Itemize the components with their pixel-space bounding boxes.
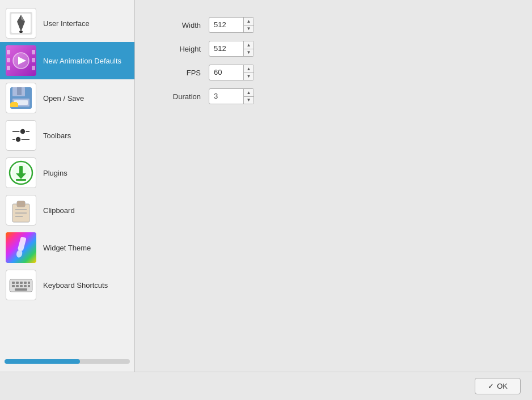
width-row: Width 512 ▲ ▼ [158, 17, 509, 33]
duration-up-arrow[interactable]: ▲ [244, 89, 254, 97]
svg-rect-11 [32, 58, 35, 62]
width-up-arrow[interactable]: ▲ [244, 18, 254, 25]
duration-label: Duration [158, 92, 209, 101]
dialog-body: User Interface [0, 0, 532, 372]
svg-rect-12 [32, 66, 35, 70]
dialog-footer: ✓ OK [0, 372, 532, 400]
keyboard-shortcuts-icon [6, 270, 36, 300]
sidebar-scrollbar[interactable] [0, 356, 134, 367]
scrollbar-thumb[interactable] [5, 359, 80, 364]
svg-rect-56 [15, 288, 27, 291]
height-arrows: ▲ ▼ [243, 41, 254, 56]
svg-rect-18 [17, 87, 22, 95]
sidebar-label-widget-theme: Widget Theme [43, 244, 91, 252]
toolbars-icon [6, 120, 36, 151]
ok-label: OK [497, 382, 508, 390]
fps-arrows: ▲ ▼ [243, 65, 254, 80]
svg-rect-54 [24, 285, 27, 287]
svg-rect-55 [28, 285, 30, 287]
height-down-arrow[interactable]: ▼ [244, 49, 254, 57]
sidebar-item-plugins[interactable]: Plugins [0, 154, 134, 192]
height-value: 512 [209, 41, 243, 57]
plugins-icon [6, 158, 36, 188]
sidebar-item-user-interface[interactable]: User Interface [0, 5, 134, 42]
svg-point-27 [15, 137, 21, 142]
sidebar-item-keyboard-shortcuts[interactable]: Keyboard Shortcuts [0, 266, 134, 304]
sidebar-item-clipboard[interactable]: Clipboard [0, 192, 134, 229]
new-animation-icon [6, 45, 36, 76]
height-spinner[interactable]: 512 ▲ ▼ [209, 41, 254, 57]
main-content: Width 512 ▲ ▼ Height 512 [135, 0, 532, 372]
sidebar-label-new-animation: New Animation Defaults [43, 57, 121, 65]
svg-point-25 [20, 129, 26, 134]
sidebar-label-toolbars: Toolbars [43, 131, 71, 140]
sidebar-label-open-save: Open / Save [43, 94, 84, 103]
sidebar-label-clipboard: Clipboard [43, 206, 75, 215]
clipboard-icon [6, 195, 36, 225]
svg-rect-47 [16, 282, 19, 284]
width-label: Width [158, 21, 209, 29]
duration-spinner[interactable]: 3 ▲ ▼ [209, 88, 254, 104]
svg-rect-51 [12, 285, 15, 287]
width-spinner[interactable]: 512 ▲ ▼ [209, 17, 254, 33]
sidebar-item-new-animation-defaults[interactable]: New Animation Defaults [0, 42, 134, 79]
sidebar-item-toolbars[interactable]: Toolbars [0, 117, 134, 154]
svg-rect-48 [20, 282, 23, 284]
ok-checkmark: ✓ [488, 382, 494, 390]
fps-down-arrow[interactable]: ▼ [244, 73, 254, 80]
svg-rect-53 [20, 285, 23, 287]
svg-rect-50 [28, 282, 30, 284]
svg-rect-22 [10, 103, 18, 107]
duration-down-arrow[interactable]: ▼ [244, 97, 254, 104]
fps-row: FPS 60 ▲ ▼ [158, 65, 509, 80]
svg-rect-52 [16, 285, 19, 287]
width-down-arrow[interactable]: ▼ [244, 25, 254, 33]
sidebar-label-plugins: Plugins [43, 169, 67, 177]
open-save-icon [6, 83, 36, 113]
duration-value: 3 [209, 88, 243, 104]
svg-point-5 [19, 31, 23, 33]
fps-label: FPS [158, 69, 209, 77]
height-up-arrow[interactable]: ▲ [244, 41, 254, 49]
sidebar-item-widget-theme[interactable]: Widget Theme [0, 229, 134, 266]
width-arrows: ▲ ▼ [243, 18, 254, 32]
svg-rect-7 [7, 50, 10, 54]
svg-rect-23 [7, 121, 35, 150]
sidebar-label-keyboard-shortcuts: Keyboard Shortcuts [43, 281, 108, 290]
svg-rect-31 [19, 166, 23, 174]
width-value: 512 [209, 17, 243, 33]
height-row: Height 512 ▲ ▼ [158, 41, 509, 57]
fps-up-arrow[interactable]: ▲ [244, 65, 254, 73]
preferences-dialog: User Interface [0, 0, 532, 400]
svg-rect-10 [32, 50, 35, 54]
sidebar: User Interface [0, 0, 135, 372]
height-label: Height [158, 45, 209, 53]
sidebar-item-open-save[interactable]: Open / Save [0, 79, 134, 117]
svg-rect-37 [18, 202, 24, 206]
svg-rect-9 [7, 66, 10, 70]
widget-theme-icon [6, 232, 36, 263]
duration-arrows: ▲ ▼ [243, 89, 254, 104]
fps-value: 60 [209, 65, 243, 80]
svg-rect-49 [24, 282, 27, 284]
fps-spinner[interactable]: 60 ▲ ▼ [209, 65, 254, 80]
svg-rect-33 [16, 179, 26, 181]
sidebar-label-user-interface: User Interface [43, 19, 90, 28]
scrollbar-track[interactable] [5, 359, 130, 364]
user-interface-icon [6, 8, 36, 39]
ok-button[interactable]: ✓ OK [475, 378, 521, 394]
svg-rect-46 [12, 282, 15, 284]
duration-row: Duration 3 ▲ ▼ [158, 88, 509, 104]
svg-rect-8 [7, 58, 10, 62]
